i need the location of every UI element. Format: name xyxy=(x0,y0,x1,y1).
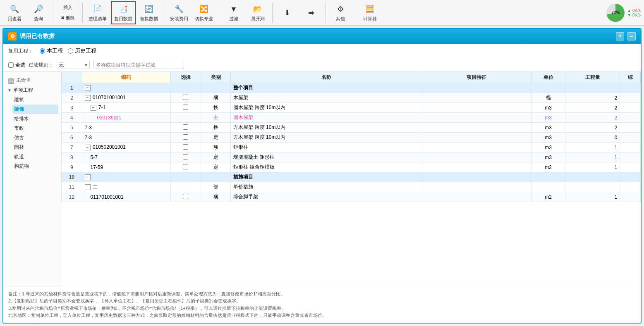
row-checkbox[interactable] xyxy=(183,154,188,159)
filter-keyword-input[interactable] xyxy=(93,61,184,69)
expand-button[interactable]: 📂 展开到 xyxy=(247,2,269,24)
cell-unit: 榀 xyxy=(531,93,565,103)
filter-rule-select[interactable]: 无 按类别 按名称 xyxy=(57,61,90,69)
cell-select xyxy=(171,172,201,182)
tree-node-municipal[interactable]: 市政 xyxy=(12,124,58,133)
cell-unit xyxy=(531,182,565,192)
main-content: ⚙ 调用已有数据 ? − 复用工程： 本工程 历史 xyxy=(0,26,644,326)
filter-row: 全选 过滤规则： 无 按类别 按名称 ▼ xyxy=(3,58,641,72)
cell-feature xyxy=(422,83,531,93)
tree-label-garden: 园林 xyxy=(14,144,24,151)
left-tree: 🏢 未命名 ▼ 单项工程 建筑 装饰 xyxy=(3,72,61,287)
filter-icon: ▼ xyxy=(228,3,239,15)
cell-num: 11 xyxy=(62,182,82,192)
table-row: 12 011701001001 项 综合脚手架 m2 1 xyxy=(62,192,641,202)
cell-type xyxy=(201,172,231,182)
down-icon: ⬇ xyxy=(281,7,293,19)
expand-btn[interactable]: − xyxy=(85,174,91,180)
help-button[interactable]: ? xyxy=(616,32,624,40)
cell-name: 措施项目 xyxy=(231,172,422,182)
replace-button[interactable]: 🔄 替换数据 xyxy=(137,2,160,24)
tree-root-label: 未命名 xyxy=(16,77,31,84)
right-table: 编码 选择 类别 名称 项目特征 单位 工程量 综 xyxy=(61,72,641,287)
insert-button[interactable]: 插入 xyxy=(57,3,79,12)
tree-node-construction[interactable]: 建筑 xyxy=(12,95,58,105)
row-checkbox[interactable] xyxy=(183,164,188,169)
delete-button[interactable]: ✖ 删除 xyxy=(57,13,79,23)
cell-feature xyxy=(422,192,531,202)
cell-more xyxy=(620,123,641,133)
radio-current-input[interactable] xyxy=(40,48,45,54)
query-icon: 🔎 xyxy=(33,3,44,15)
cell-code: − 二 xyxy=(82,182,171,192)
close-button[interactable]: − xyxy=(627,32,636,40)
table-row: 7 − 010502001001 项 矩形柱 m3 1 xyxy=(62,143,641,152)
dialog-icon: ⚙ xyxy=(8,32,17,40)
tree-node-plumbing[interactable]: 给排水 xyxy=(12,114,58,124)
reuse-button[interactable]: 📑 复用数据 xyxy=(111,1,136,24)
tree-node-track[interactable]: 轨道 xyxy=(12,152,58,162)
tree-label-single: 单项工程 xyxy=(13,87,33,94)
col-header-select: 选择 xyxy=(171,72,201,83)
footer-note-1: 备注：1.导过来的其他材料费等含量是营业税下的，增值税下需要用户核对后重新调整。… xyxy=(8,290,636,298)
row-checkbox[interactable] xyxy=(183,144,188,150)
switch-button[interactable]: 🔀 切换专业 xyxy=(192,2,215,24)
reuse-project-label: 复用工程： xyxy=(8,48,33,55)
cell-quantity: 2 xyxy=(565,103,620,113)
row-checkbox[interactable] xyxy=(183,105,188,110)
cell-code: 17-59 xyxy=(82,162,171,172)
table-row: 5 7-3 换 方木屋架 跨度 10m以内 m3 2 xyxy=(62,123,641,133)
select-all-checkbox[interactable] xyxy=(8,62,14,68)
row-checkbox[interactable] xyxy=(183,124,188,130)
filter-button[interactable]: ▼ 过滤 xyxy=(223,2,245,24)
divider-1 xyxy=(53,2,53,23)
tree-node-decoration[interactable]: 装饰 xyxy=(12,105,58,114)
radio-history-input[interactable] xyxy=(68,48,73,54)
other-button[interactable]: ⚙ 其他 xyxy=(329,2,352,24)
cell-select xyxy=(171,192,201,202)
expand-btn[interactable]: − xyxy=(91,105,96,111)
radio-current[interactable]: 本工程 xyxy=(40,47,63,55)
tree-children: 建筑 装饰 给排水 市政 仿古 xyxy=(6,95,58,171)
tree-label-plumbing: 给排水 xyxy=(14,115,29,122)
cell-num: 7 xyxy=(62,143,82,152)
cell-select xyxy=(171,162,201,172)
row-checkbox[interactable] xyxy=(183,134,188,140)
right-button[interactable]: ➡ xyxy=(300,5,322,20)
calculator-icon: 🧮 xyxy=(364,3,376,15)
calculator-button[interactable]: 🧮 计算器 xyxy=(359,2,381,24)
expand-btn[interactable]: − xyxy=(85,95,91,101)
cell-code: − xyxy=(82,172,171,182)
table-row: 2 − 010701001001 项 木屋架 榀 2 xyxy=(62,93,641,103)
tree-node-garden[interactable]: 园林 xyxy=(12,143,58,152)
cell-num: 6 xyxy=(62,133,82,143)
cell-feature xyxy=(422,143,531,152)
install-button[interactable]: 🔧 安装费用 xyxy=(168,2,191,24)
expand-btn[interactable]: − xyxy=(85,145,91,150)
down-button[interactable]: ⬇ xyxy=(276,5,298,20)
cell-more xyxy=(620,182,641,192)
cell-unit: m3 xyxy=(531,133,565,143)
table-row: 3 − 7-1 换 圆木屋架 跨度 10m以内 m3 2 xyxy=(62,103,641,113)
dialog: ⚙ 调用已有数据 ? − 复用工程： 本工程 历史 xyxy=(2,28,642,324)
expand-btn[interactable]: − xyxy=(85,85,91,91)
cell-name: 矩形柱 xyxy=(231,143,422,152)
replace-icon: 🔄 xyxy=(143,3,155,15)
view-button[interactable]: 🔍 用查看 xyxy=(3,2,26,24)
row-checkbox[interactable] xyxy=(183,194,188,199)
organize-button[interactable]: 📄 整理清单 xyxy=(86,2,109,24)
radio-history-label: 历史工程 xyxy=(75,47,96,55)
tree-node-antique[interactable]: 仿古 xyxy=(12,133,58,143)
query-button[interactable]: 🔎 查询 xyxy=(27,2,50,24)
expand-btn[interactable]: − xyxy=(85,184,91,190)
cell-type: 定 xyxy=(201,152,231,162)
tree-node-single[interactable]: ▼ 单项工程 xyxy=(6,86,58,95)
radio-history[interactable]: 历史工程 xyxy=(68,47,96,55)
speed-down: ▼ 0K/s xyxy=(627,13,641,17)
cell-feature xyxy=(422,162,531,172)
tree-node-structure[interactable]: 构筑物 xyxy=(12,162,58,171)
row-checkbox[interactable] xyxy=(183,95,188,100)
cell-name: 现浇混凝土 矩形柱 xyxy=(231,152,422,162)
cell-select xyxy=(171,103,201,113)
footer-notes: 备注：1.导过来的其他材料费等含量是营业税下的，增值税下需要用户核对后重新调整。… xyxy=(3,287,641,323)
